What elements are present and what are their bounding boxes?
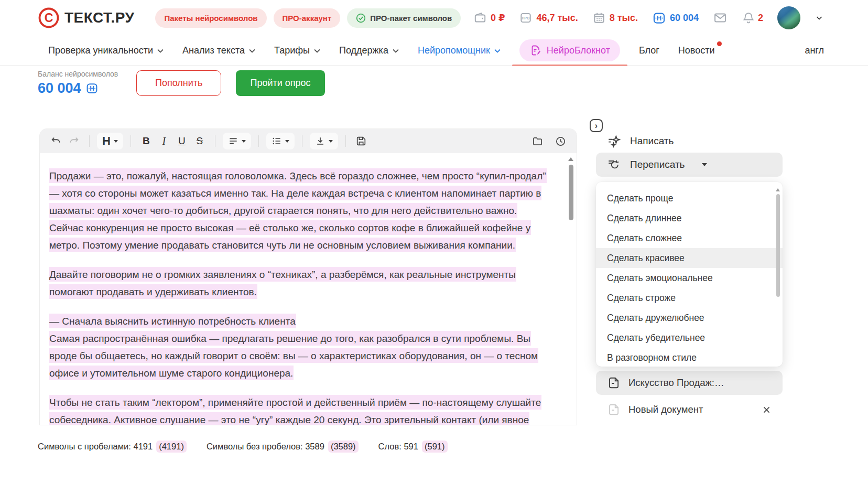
language-switcher[interactable]: англ xyxy=(805,45,824,56)
editor-paragraph: Продажи — это, пожалуй, настоящая голово… xyxy=(49,167,547,253)
editor-toolbar: H B I U S xyxy=(40,129,577,153)
header-counters: 0 ₽ ПРО 46,7 тыс. xyxy=(473,6,824,29)
document-tab-sales-art[interactable]: Искусство Продаж:… xyxy=(596,371,783,395)
document-title: Новый документ xyxy=(628,404,703,415)
chevron-down-icon xyxy=(393,49,399,53)
chevron-down-icon xyxy=(285,140,289,143)
heading-dropdown[interactable]: H xyxy=(97,133,123,149)
chars-without-spaces-stat: Символы без пробелов: 3589 (3589) xyxy=(207,441,359,453)
close-icon xyxy=(762,405,771,414)
list-dropdown[interactable] xyxy=(266,133,295,149)
document-icon xyxy=(607,403,621,416)
notifications-count: 2 xyxy=(758,13,763,24)
word-count-stat: Слов: 591 (591) xyxy=(378,441,448,453)
account-badges: Пакеты нейросимволов ПРО-аккаунт ПРО-пак… xyxy=(155,8,461,28)
badge-pro-symbols[interactable]: ПРО-пакет символов xyxy=(347,8,461,28)
menu-item-more-convincing[interactable]: Сделать убедительнее xyxy=(596,328,783,348)
scrollbar-thumb[interactable] xyxy=(569,165,573,220)
dropdown-scrollbar[interactable] xyxy=(776,188,780,297)
survey-button[interactable]: Пройти опрос xyxy=(236,70,324,96)
menu-item-more-beautiful[interactable]: Сделать красивее xyxy=(596,248,783,268)
menu-item-conversational[interactable]: В разговорном стиле xyxy=(596,348,783,367)
mail-button[interactable] xyxy=(713,10,728,25)
save-icon xyxy=(355,135,367,147)
scroll-up-arrow-icon[interactable] xyxy=(568,157,573,161)
badge-neuro-packages[interactable]: Пакеты нейросимволов xyxy=(155,8,266,28)
editor-paragraph: Чтобы не стать таким “лектором”, применя… xyxy=(49,393,547,425)
download-dropdown[interactable] xyxy=(310,133,338,149)
nav-item-neuro-notepad[interactable]: НейроБлокнот xyxy=(519,39,620,61)
undo-button[interactable] xyxy=(48,133,64,149)
neurosymbols-icon: H xyxy=(85,82,99,95)
badge-pro-account[interactable]: ПРО-аккаунт xyxy=(274,8,341,28)
redo-button[interactable] xyxy=(66,133,82,149)
nav-item-tariffs[interactable]: Тарифы xyxy=(274,45,320,56)
nav-item-blog[interactable]: Блог xyxy=(639,45,659,56)
topup-button[interactable]: Пополнить xyxy=(136,70,221,96)
nav-item-text-analysis[interactable]: Анализ текста xyxy=(182,45,255,56)
nav-item-neuro-assistant[interactable]: Нейропомощник xyxy=(418,45,501,56)
editor-scrollbar[interactable] xyxy=(568,157,574,220)
topbar: С ТЕКСТ.РУ Пакеты нейросимволов ПРО-акка… xyxy=(0,0,868,36)
mail-icon xyxy=(713,10,728,25)
pro-chars-counter[interactable]: ПРО 46,7 тыс. xyxy=(519,11,578,25)
documents-list: Искусство Продаж:… Новый документ xyxy=(596,371,783,421)
align-left-icon xyxy=(228,136,238,146)
editor-card: H B I U S xyxy=(39,128,577,425)
folder-icon xyxy=(531,135,544,147)
daily-limit-counter[interactable]: 8 тыс. xyxy=(592,11,638,25)
app-root: С ТЕКСТ.РУ Пакеты нейросимволов ПРО-акка… xyxy=(0,0,868,483)
editor-paragraph: Давайте поговорим не о громких заявления… xyxy=(49,265,547,300)
menu-item-simpler[interactable]: Сделать проще xyxy=(596,188,783,208)
strikethrough-button[interactable]: S xyxy=(192,133,208,149)
neurosymbols-counter[interactable]: H 60 004 xyxy=(652,11,699,25)
user-menu-chevron-icon[interactable] xyxy=(815,13,824,23)
history-button[interactable] xyxy=(552,133,568,149)
menu-item-more-complex[interactable]: Сделать сложнее xyxy=(596,228,783,248)
italic-button[interactable]: I xyxy=(156,133,172,149)
stat-highlight: (3589) xyxy=(328,441,359,453)
panel-collapse-button[interactable]: › xyxy=(590,119,603,132)
nav-item-uniqueness[interactable]: Проверка уникальности xyxy=(48,45,164,56)
history-clock-icon xyxy=(555,135,567,147)
scrollbar-thumb[interactable] xyxy=(776,194,780,297)
menu-item-stricter[interactable]: Сделать строже xyxy=(596,288,783,308)
editor-text-area[interactable]: Продажи — это, пожалуй, настоящая голово… xyxy=(40,153,577,425)
menu-item-longer[interactable]: Сделать длиннее xyxy=(596,208,783,228)
save-button[interactable] xyxy=(353,133,369,149)
chevron-down-icon xyxy=(494,49,501,53)
calendar-icon xyxy=(592,11,606,25)
balance-value: 60 004 xyxy=(38,80,81,96)
menu-item-more-emotional[interactable]: Сделать эмоциональнее xyxy=(596,268,783,288)
close-document-button[interactable] xyxy=(762,405,771,414)
chars-with-spaces-stat: Символы с пробелами: 4191 (4191) xyxy=(38,441,187,453)
wallet-balance[interactable]: 0 ₽ xyxy=(473,11,505,25)
pro-icon: ПРО xyxy=(519,11,533,25)
rewrite-dropdown-menu: Сделать проще Сделать длиннее Сделать сл… xyxy=(596,182,783,367)
document-title: Искусство Продаж:… xyxy=(628,377,724,389)
underline-button[interactable]: U xyxy=(174,133,190,149)
write-action[interactable]: Написать xyxy=(596,131,783,152)
documents-button[interactable] xyxy=(529,133,545,149)
document-tab-new[interactable]: Новый документ xyxy=(596,398,783,421)
align-dropdown[interactable] xyxy=(223,133,251,149)
nav-item-news[interactable]: Новости xyxy=(678,45,715,56)
chevron-right-icon: › xyxy=(595,122,598,130)
scroll-up-arrow-icon[interactable] xyxy=(776,188,780,191)
neuro-balance: Баланс нейросимволов 60 004 H xyxy=(38,70,136,96)
user-avatar[interactable] xyxy=(777,6,800,29)
undo-icon xyxy=(50,135,62,147)
bold-button[interactable]: B xyxy=(138,133,154,149)
sparkles-icon xyxy=(607,134,621,148)
nav-item-support[interactable]: Поддержка xyxy=(339,45,399,56)
balance-label: Баланс нейросимволов xyxy=(38,70,136,78)
rewrite-action[interactable]: Переписать xyxy=(596,153,783,177)
bullet-list-icon xyxy=(272,136,282,146)
chevron-down-icon xyxy=(702,163,707,166)
site-logo[interactable]: С ТЕКСТ.РУ xyxy=(38,7,134,29)
logo-text: ТЕКСТ.РУ xyxy=(64,9,134,26)
menu-item-friendlier[interactable]: Сделать дружелюбнее xyxy=(596,308,783,328)
notifications-button[interactable]: 2 xyxy=(742,11,763,25)
balance-row: Баланс нейросимволов 60 004 H Пополнить … xyxy=(38,70,325,96)
chevron-down-icon xyxy=(314,49,320,53)
